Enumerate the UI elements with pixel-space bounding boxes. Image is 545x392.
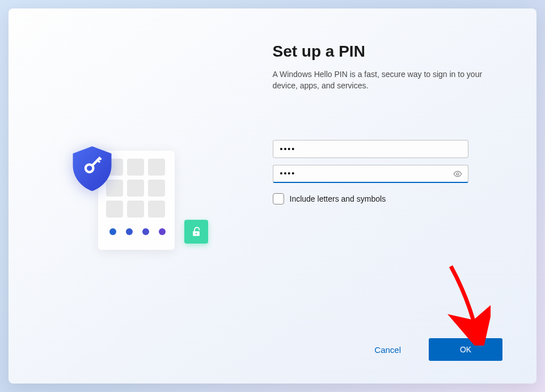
pin-setup-dialog: Set up a PIN A Windows Hello PIN is a fa…: [9, 8, 536, 384]
svg-point-5: [196, 233, 197, 235]
reveal-password-icon[interactable]: [453, 169, 463, 179]
pin-illustration: [67, 134, 214, 258]
dialog-title: Set up a PIN: [273, 42, 503, 61]
ok-button[interactable]: OK: [429, 338, 502, 361]
new-pin-wrapper: [273, 140, 468, 158]
dialog-buttons: Cancel OK: [372, 338, 502, 361]
include-letters-label[interactable]: Include letters and symbols: [290, 194, 386, 203]
svg-point-6: [457, 173, 459, 175]
dialog-description: A Windows Hello PIN is a fast, secure wa…: [273, 69, 483, 92]
confirm-pin-wrapper: [273, 165, 468, 183]
new-pin-input[interactable]: [273, 140, 468, 158]
illustration-panel: [9, 8, 273, 384]
include-letters-row: Include letters and symbols: [273, 193, 503, 204]
confirm-pin-input[interactable]: [273, 165, 468, 183]
cancel-button[interactable]: Cancel: [372, 339, 403, 360]
unlock-icon: [184, 220, 208, 244]
form-panel: Set up a PIN A Windows Hello PIN is a fa…: [273, 8, 537, 384]
pin-input-group: [273, 140, 503, 183]
include-letters-checkbox[interactable]: [273, 193, 284, 204]
shield-key-icon: [68, 144, 116, 192]
